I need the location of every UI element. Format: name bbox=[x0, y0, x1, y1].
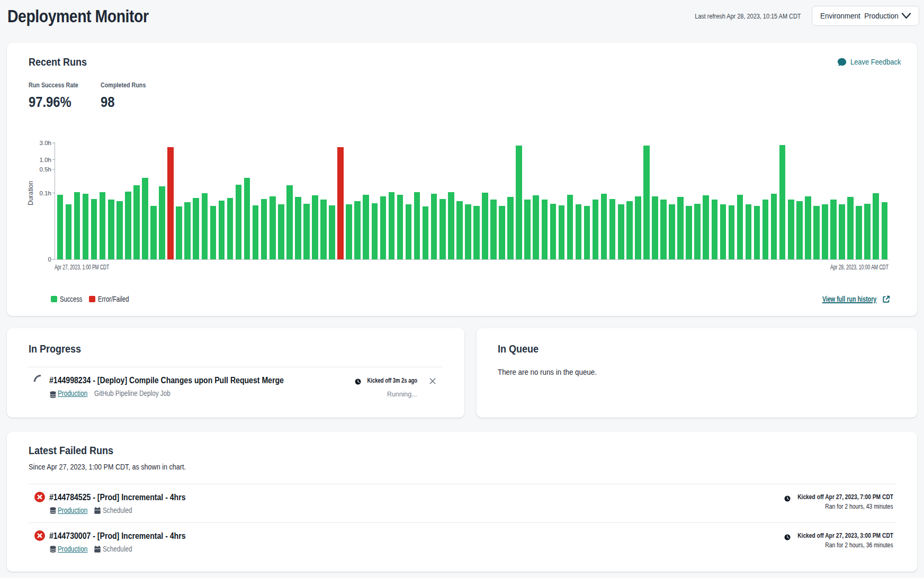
svg-text:0: 0 bbox=[48, 256, 51, 263]
svg-text:1.0h: 1.0h bbox=[40, 157, 51, 163]
svg-text:Duration: Duration bbox=[26, 181, 34, 205]
svg-text:3.0h: 3.0h bbox=[40, 140, 51, 146]
svg-text:Apr 28, 2023, 10:00 AM CDT: Apr 28, 2023, 10:00 AM CDT bbox=[830, 264, 889, 271]
svg-text:0.5h: 0.5h bbox=[40, 166, 51, 173]
svg-text:0.1h: 0.1h bbox=[40, 190, 51, 196]
svg-text:Apr 27, 2023, 1:00 PM CDT: Apr 27, 2023, 1:00 PM CDT bbox=[55, 264, 109, 271]
